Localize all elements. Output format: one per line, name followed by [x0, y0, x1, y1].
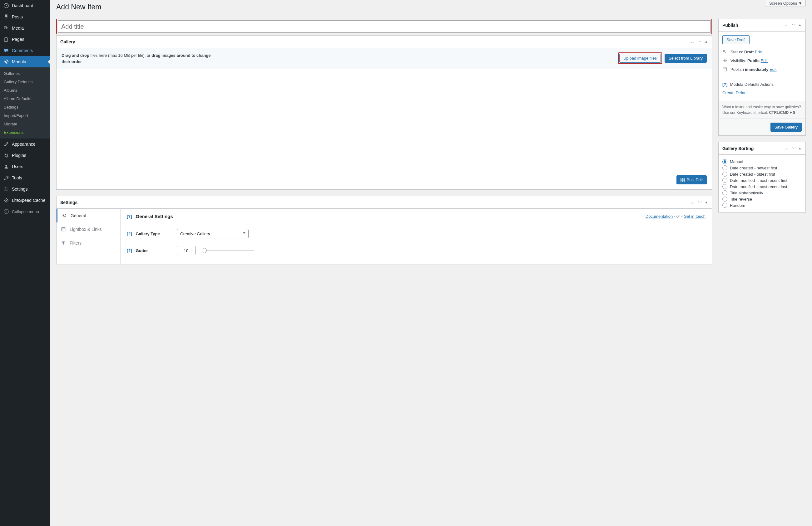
menu-label: Pages: [12, 37, 24, 42]
menu-comments[interactable]: Comments: [0, 45, 50, 56]
sliders-icon: [3, 186, 9, 192]
submenu-galleries[interactable]: Galleries: [0, 69, 50, 78]
submenu-settings[interactable]: Settings: [0, 103, 50, 111]
create-default-link[interactable]: Create Default: [722, 89, 749, 97]
chevron-up-icon[interactable]: ︿: [690, 39, 696, 45]
pages-icon: [3, 36, 9, 42]
tab-lightbox[interactable]: Lightbox & Links: [57, 223, 120, 236]
edit-schedule-link[interactable]: Edit: [770, 67, 777, 72]
help-icon[interactable]: [?]: [127, 231, 132, 236]
help-icon[interactable]: [?]: [127, 214, 132, 219]
caret-up-icon[interactable]: ▴: [705, 199, 708, 206]
caret-up-icon[interactable]: ▴: [798, 22, 802, 29]
sort-radio[interactable]: [722, 178, 727, 183]
submenu-gallery-defaults[interactable]: Gallery Defaults: [0, 78, 50, 86]
sort-option-random[interactable]: Random: [722, 202, 802, 208]
menu-settings[interactable]: Settings: [0, 183, 50, 195]
layout-icon: [61, 227, 67, 232]
page-title: Add New Item: [56, 0, 806, 13]
settings-title: Settings: [60, 200, 77, 205]
sort-option-date-new[interactable]: Date created - newest first: [722, 165, 802, 171]
key-icon: [722, 49, 728, 54]
submenu-album-defaults[interactable]: Album Defaults: [0, 94, 50, 103]
sort-radio[interactable]: [722, 159, 727, 164]
chevron-down-icon[interactable]: ﹀: [697, 39, 703, 45]
menu-litespeed[interactable]: LiteSpeed Cache: [0, 195, 50, 206]
chevron-up-icon[interactable]: ︿: [784, 145, 789, 152]
svg-point-8: [5, 200, 7, 201]
tab-filters[interactable]: Filters: [57, 236, 120, 250]
section-heading: General Settings: [136, 214, 173, 219]
sort-option-title-az[interactable]: Title alphabetically: [722, 190, 802, 196]
gallery-type-select[interactable]: Creative Gallery: [177, 229, 249, 238]
help-icon[interactable]: [?]: [722, 82, 728, 87]
chevron-up-icon[interactable]: ︿: [690, 199, 696, 206]
sort-option-title-za[interactable]: Title reverse: [722, 196, 802, 202]
menu-label: Plugins: [12, 153, 26, 158]
upload-image-button[interactable]: Upload image files: [619, 54, 661, 63]
field-gutter: [?] Gutter: [127, 242, 706, 259]
menu-posts[interactable]: Posts: [0, 11, 50, 22]
gutter-input[interactable]: [177, 246, 195, 255]
caret-up-icon[interactable]: ▴: [705, 39, 708, 45]
svg-rect-12: [681, 180, 682, 182]
sort-option-date-old[interactable]: Date created - oldest first: [722, 171, 802, 177]
caret-up-icon[interactable]: ▴: [798, 145, 802, 152]
user-icon: [3, 164, 9, 170]
submenu-migrate[interactable]: Migrate: [0, 120, 50, 128]
bulk-edit-button[interactable]: Bulk Edit: [677, 175, 707, 184]
sort-radio[interactable]: [722, 197, 727, 201]
menu-label: Media: [12, 26, 24, 31]
menu-appearance[interactable]: Appearance: [0, 138, 50, 150]
sort-option-mod-first[interactable]: Date modified - most recent first: [722, 177, 802, 183]
sort-radio[interactable]: [722, 171, 727, 177]
chevron-down-icon[interactable]: ﹀: [697, 199, 703, 206]
menu-modula[interactable]: Modula: [0, 56, 50, 67]
submenu-extensions[interactable]: Extensions: [0, 128, 50, 137]
menu-label: Dashboard: [12, 3, 33, 8]
settings-postbox: Settings ︿ ﹀ ▴ General: [56, 196, 712, 264]
slider-thumb[interactable]: [202, 248, 207, 253]
sort-radio[interactable]: [722, 165, 727, 170]
menu-label: Posts: [12, 14, 23, 19]
save-draft-button[interactable]: Save Draft: [722, 35, 750, 44]
chevron-up-icon[interactable]: ︿: [784, 22, 789, 29]
save-gallery-button[interactable]: Save Gallery: [770, 123, 802, 132]
gallery-dropzone[interactable]: Drag and drop files here (max 16 MB per …: [57, 48, 712, 69]
publish-body: Save Draft Status: Draft Edit Visibility…: [719, 31, 806, 101]
menu-media[interactable]: Media: [0, 22, 50, 34]
edit-visibility-link[interactable]: Edit: [761, 58, 768, 63]
screen-options-toggle[interactable]: Screen Options ▼: [766, 0, 806, 7]
collapse-menu[interactable]: Collapse menu: [0, 206, 50, 217]
select-library-button[interactable]: Select from Library: [665, 54, 707, 63]
menu-plugins[interactable]: Plugins: [0, 150, 50, 161]
shortcut-tip: Want a faster and easier way to save gal…: [719, 101, 806, 119]
brush-icon: [3, 141, 9, 147]
chevron-down-icon[interactable]: ﹀: [791, 22, 796, 29]
sort-option-mod-last[interactable]: Date modified - most recent last: [722, 183, 802, 190]
menu-dashboard[interactable]: Dashboard: [0, 0, 50, 11]
menu-label: Settings: [12, 186, 28, 192]
chevron-down-icon[interactable]: ﹀: [791, 145, 796, 152]
gear-icon: [62, 213, 68, 218]
get-in-touch-link[interactable]: Get in touch: [684, 214, 706, 219]
svg-point-1: [6, 5, 7, 6]
title-input[interactable]: [58, 20, 710, 33]
menu-tools[interactable]: Tools: [0, 172, 50, 183]
sort-option-manual[interactable]: Manual: [722, 159, 802, 165]
field-label-text: Gallery Type: [136, 231, 160, 236]
menu-pages[interactable]: Pages: [0, 34, 50, 45]
submenu-import-export[interactable]: Import/Export: [0, 111, 50, 120]
help-icon[interactable]: [?]: [127, 248, 132, 253]
sort-radio[interactable]: [722, 203, 727, 208]
documentation-link[interactable]: Documentation: [646, 214, 673, 219]
menu-users[interactable]: Users: [0, 161, 50, 172]
tab-general[interactable]: General: [57, 209, 120, 223]
edit-status-link[interactable]: Edit: [755, 50, 762, 54]
submenu-albums[interactable]: Albums: [0, 86, 50, 94]
comment-icon: [3, 47, 9, 54]
gutter-slider[interactable]: [204, 250, 254, 251]
sort-radio[interactable]: [722, 190, 727, 195]
sort-label: Title reverse: [730, 197, 752, 201]
sort-radio[interactable]: [722, 184, 727, 189]
